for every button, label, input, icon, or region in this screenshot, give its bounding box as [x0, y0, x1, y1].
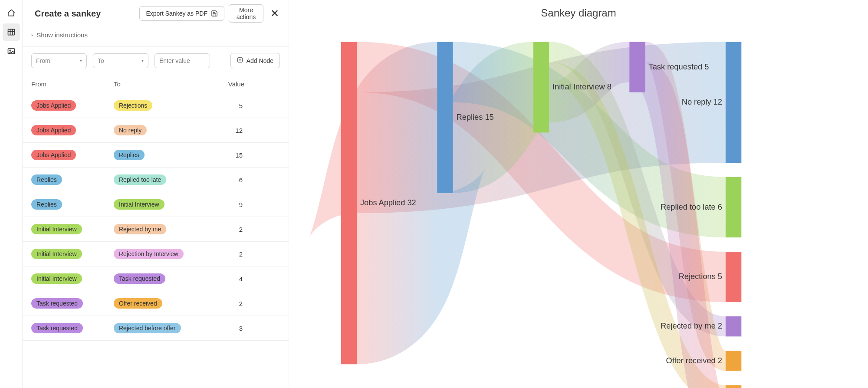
- value-cell: 15: [218, 151, 280, 159]
- diagram-panel: Sankey diagram Jobs Applied 32Rejections…: [289, 0, 868, 388]
- table-row[interactable]: Jobs AppliedNo reply12: [23, 118, 289, 143]
- sankey-node-label: Offer received 2: [666, 356, 722, 365]
- save-icon: [211, 10, 218, 17]
- to-pill: Replied too late: [114, 174, 166, 185]
- show-instructions-toggle[interactable]: › Show instructions: [23, 29, 289, 47]
- to-pill: Offer received: [114, 298, 162, 309]
- sankey-node-label: Replies 15: [457, 112, 494, 122]
- value-input[interactable]: [155, 53, 210, 68]
- value-cell: 12: [218, 127, 280, 134]
- value-cell: 2: [218, 300, 280, 307]
- panel-header: Create a sankey Export Sankey as PDF Mor…: [23, 0, 289, 29]
- table-header: From To Value: [23, 76, 289, 93]
- sankey-node-label: Task requested 5: [649, 62, 709, 71]
- close-button[interactable]: ✕: [268, 7, 282, 20]
- value-cell: 2: [218, 226, 280, 233]
- col-value: Value: [218, 80, 280, 88]
- to-pill: Rejected before offer: [114, 323, 181, 333]
- home-icon: [7, 9, 16, 17]
- from-placeholder: From: [36, 57, 50, 64]
- add-node-label: Add Node: [247, 57, 273, 64]
- inputs-row: From ▾ To ▾ Add Node: [23, 47, 289, 76]
- from-pill: Jobs Applied: [31, 100, 76, 111]
- sankey-node[interactable]: [437, 42, 453, 193]
- sankey-node-label: Replied too late 6: [661, 202, 722, 211]
- sankey-node[interactable]: [533, 42, 549, 132]
- diagram-title: Sankey diagram: [298, 4, 859, 26]
- table-row[interactable]: Initial InterviewRejection by Interview2: [23, 242, 289, 266]
- table-row[interactable]: Task requestedOffer received2: [23, 291, 289, 316]
- to-select[interactable]: To ▾: [93, 53, 148, 68]
- from-select[interactable]: From ▾: [31, 53, 87, 68]
- chevron-down-icon: ▾: [141, 58, 144, 63]
- to-pill: No reply: [114, 125, 147, 135]
- from-pill: Task requested: [31, 298, 83, 309]
- sankey-node-label: No reply 12: [682, 97, 722, 106]
- chevron-right-icon: ›: [31, 32, 33, 38]
- to-pill: Replies: [114, 150, 145, 160]
- sankey-chart: Jobs Applied 32Rejections 5No reply 12Re…: [298, 26, 859, 388]
- table-icon: [7, 28, 16, 36]
- rail-table[interactable]: [3, 23, 20, 41]
- from-pill: Replies: [31, 174, 62, 185]
- from-pill: Replies: [31, 199, 62, 210]
- more-actions-label: More actions: [235, 7, 257, 20]
- rail-image[interactable]: [3, 43, 20, 60]
- table-row[interactable]: RepliesReplied too late6: [23, 168, 289, 192]
- chevron-down-icon: ▾: [80, 58, 82, 63]
- sankey-node-label: Initial Interview 8: [552, 82, 612, 91]
- sankey-node[interactable]: [726, 177, 741, 237]
- more-actions-button[interactable]: More actions: [229, 4, 263, 23]
- value-cell: 2: [218, 250, 280, 258]
- editor-panel: Create a sankey Export Sankey as PDF Mor…: [23, 0, 289, 388]
- sankey-node[interactable]: [726, 42, 741, 163]
- from-pill: Task requested: [31, 323, 83, 333]
- value-cell: 4: [218, 275, 280, 283]
- table-row[interactable]: Initial InterviewTask requested4: [23, 266, 289, 291]
- to-pill: Rejections: [114, 100, 152, 111]
- from-pill: Initial Interview: [31, 224, 82, 234]
- value-cell: 6: [218, 176, 280, 184]
- close-icon: ✕: [270, 7, 279, 19]
- to-placeholder: To: [98, 57, 104, 64]
- table-row[interactable]: Jobs AppliedRejections5: [23, 93, 289, 118]
- value-cell: 3: [218, 325, 280, 332]
- plus-icon: [237, 57, 243, 64]
- sankey-node[interactable]: [341, 42, 357, 364]
- table-row[interactable]: Task requestedRejected before offer3: [23, 316, 289, 341]
- to-pill: Rejected by me: [114, 224, 166, 234]
- col-to: To: [114, 80, 218, 88]
- rail-home[interactable]: [3, 4, 20, 22]
- instructions-label: Show instructions: [36, 31, 88, 39]
- col-from: From: [31, 80, 114, 88]
- table-row[interactable]: Jobs AppliedReplies15: [23, 143, 289, 168]
- add-node-button[interactable]: Add Node: [230, 53, 280, 68]
- image-icon: [7, 47, 16, 56]
- sankey-node-label: Rejections 5: [679, 272, 722, 281]
- export-pdf-button[interactable]: Export Sankey as PDF: [139, 6, 224, 21]
- table-row[interactable]: Initial InterviewRejected by me2: [23, 217, 289, 242]
- to-pill: Initial Interview: [114, 199, 164, 210]
- sankey-node[interactable]: [629, 42, 645, 92]
- from-pill: Jobs Applied: [31, 150, 76, 160]
- svg-rect-0: [8, 29, 14, 35]
- from-pill: Initial Interview: [31, 249, 82, 259]
- sankey-node-label: Rejected by me 2: [661, 321, 722, 330]
- from-pill: Jobs Applied: [31, 125, 76, 135]
- export-pdf-label: Export Sankey as PDF: [146, 10, 207, 17]
- sankey-node[interactable]: [726, 252, 741, 302]
- sankey-node[interactable]: [726, 316, 741, 336]
- from-pill: Initial Interview: [31, 273, 82, 284]
- to-pill: Rejection by Interview: [114, 249, 184, 259]
- to-pill: Task requested: [114, 273, 165, 284]
- value-cell: 9: [218, 201, 280, 208]
- table-row[interactable]: RepliesInitial Interview9: [23, 192, 289, 217]
- sankey-node[interactable]: [726, 385, 741, 388]
- nav-rail: [0, 0, 23, 388]
- svg-point-2: [10, 50, 11, 51]
- page-title: Create a sankey: [35, 9, 135, 19]
- sankey-node[interactable]: [726, 351, 741, 371]
- table-body: Jobs AppliedRejections5Jobs AppliedNo re…: [23, 93, 289, 388]
- value-cell: 5: [218, 102, 280, 109]
- sankey-node-label: Jobs Applied 32: [360, 198, 416, 207]
